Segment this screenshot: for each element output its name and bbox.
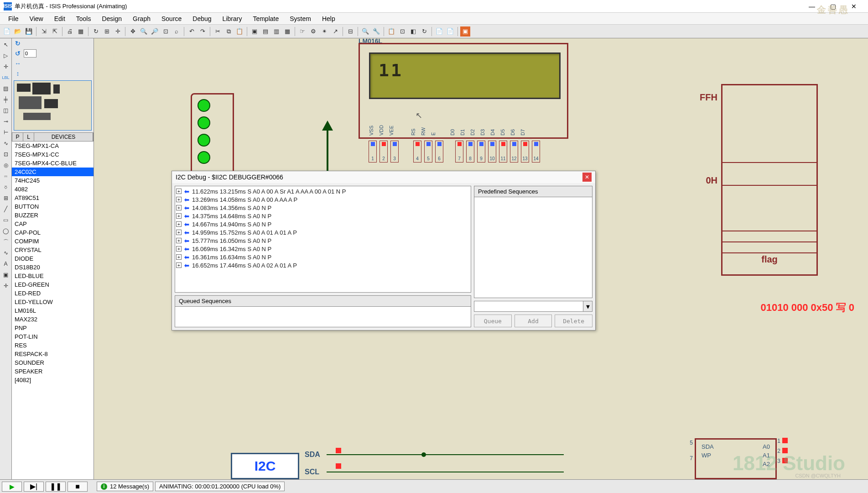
open-icon[interactable]: 📂 [13, 26, 23, 37]
schematic-canvas[interactable]: LM016L 11 VSSVDDVEERSRWED0D1D2D3D4D5D6D7… [94, 38, 868, 479]
device-item[interactable]: 7SEG-MPX1-CC [12, 150, 94, 159]
menu-view[interactable]: View [24, 14, 49, 24]
undo-icon[interactable]: ↶ [187, 26, 197, 37]
device-item[interactable]: PNP [12, 324, 94, 332]
menu-library[interactable]: Library [217, 14, 248, 24]
bus-icon[interactable]: ╪ [1, 95, 10, 104]
symbol-icon[interactable]: ▣ [1, 270, 10, 279]
zoomin-icon[interactable]: 🔍 [139, 26, 149, 37]
overview-thumbnail[interactable] [14, 80, 92, 131]
delete-button[interactable]: Delete [555, 315, 593, 327]
device-item[interactable]: [4082] [12, 376, 94, 384]
device-item[interactable]: POT-LIN [12, 332, 94, 341]
debug-log-row[interactable]: +⬅14.083ms 14.356ms S A0 N P [176, 204, 470, 212]
device-item[interactable]: 7SEG-MPX1-CA [12, 142, 94, 150]
device-item[interactable]: MAX232 [12, 315, 94, 324]
component-icon[interactable]: ▷ [1, 51, 10, 60]
mirror-v-icon[interactable]: ↕ [14, 69, 22, 78]
debug-log-row[interactable]: +⬅15.777ms 16.050ms S A0 N P [176, 236, 470, 245]
new-icon[interactable]: 📄 [2, 26, 12, 37]
expand-icon[interactable]: + [176, 238, 182, 243]
origin-icon[interactable]: ✛ [113, 26, 123, 37]
debug-log-row[interactable]: +⬅16.652ms 17.446ms S A0 A 02 A 01 A P [176, 261, 470, 269]
device-item[interactable]: BUZZER [12, 211, 94, 220]
device-item[interactable]: COMPIM [12, 237, 94, 246]
device-item[interactable]: DIODE [12, 254, 94, 263]
save-icon[interactable]: 💾 [24, 26, 34, 37]
device-pin-icon[interactable]: ⊢ [1, 128, 10, 137]
lcd-component[interactable]: 11 VSSVDDVEERSRWED0D1D2D3D4D5D6D7 [359, 43, 568, 139]
block-move-icon[interactable]: ▤ [260, 26, 270, 37]
bom-icon[interactable]: 📋 [386, 26, 396, 37]
lcd-pin[interactable]: 13 [521, 141, 529, 163]
virtual-instrument-icon[interactable]: ⊞ [1, 194, 10, 203]
expand-icon[interactable]: + [176, 221, 182, 227]
expand-icon[interactable]: + [176, 205, 182, 210]
zoomall-icon[interactable]: ⊡ [161, 26, 171, 37]
debug-log-list[interactable]: +⬅11.622ms 13.215ms S A0 A 00 A Sr A1 A … [175, 186, 471, 293]
step-button[interactable]: ▶| [24, 482, 44, 492]
device-item[interactable]: BUTTON [12, 202, 94, 211]
expand-icon[interactable]: + [176, 197, 182, 202]
wire-autoroute-icon[interactable]: ⊟ [345, 26, 355, 37]
device-item[interactable]: RES [12, 341, 94, 350]
expand-icon[interactable]: + [176, 254, 182, 260]
marker-icon[interactable]: ✛ [1, 281, 10, 290]
generator-icon[interactable]: ◎ [1, 161, 10, 170]
ares-icon[interactable]: ↻ [419, 26, 429, 37]
expand-icon[interactable]: + [176, 246, 182, 252]
device-list[interactable]: 7SEG-MPX1-CA7SEG-MPX1-CC7SEG-MPX4-CC-BLU… [12, 142, 94, 479]
device-item[interactable]: LED-RED [12, 289, 94, 298]
property-icon[interactable]: 🔧 [371, 26, 381, 37]
redo-icon[interactable]: ↷ [198, 26, 208, 37]
debug-log-row[interactable]: +⬅13.269ms 14.058ms S A0 A 00 A AA A P [176, 195, 470, 204]
mirror-h-icon[interactable]: ↔ [14, 59, 22, 68]
lcd-pin[interactable]: 8 [466, 141, 474, 163]
menu-design[interactable]: Design [96, 14, 127, 24]
text-script-icon[interactable]: ▤ [1, 84, 10, 93]
pan-icon[interactable]: ✥ [128, 26, 138, 37]
lcd-pin[interactable]: 14 [532, 141, 540, 163]
new-sheet-icon[interactable]: 📄 [434, 26, 444, 37]
zoomarea-icon[interactable]: ⌕ [172, 26, 182, 37]
menu-debug[interactable]: Debug [187, 14, 217, 24]
label-icon[interactable]: LBL [1, 73, 10, 82]
device-item[interactable]: 74HC245 [12, 176, 94, 185]
menu-source[interactable]: Source [156, 14, 187, 24]
ares-launch-icon[interactable]: ▣ [460, 26, 470, 37]
device-item[interactable]: 7SEG-MPX4-CC-BLUE [12, 159, 94, 168]
expand-icon[interactable]: + [176, 213, 182, 219]
lcd-pin[interactable]: 9 [477, 141, 485, 163]
del-sheet-icon[interactable]: 📄 [445, 26, 455, 37]
device-item[interactable]: LED-GREEN [12, 280, 94, 289]
lcd-pin[interactable]: 10 [488, 141, 496, 163]
device-item[interactable]: RESPACK-8 [12, 350, 94, 358]
debug-log-row[interactable]: +⬅16.069ms 16.342ms S A0 N P [176, 245, 470, 253]
debug-log-row[interactable]: +⬅14.959ms 15.752ms S A0 A 01 A 01 A P [176, 228, 470, 236]
2d-line-icon[interactable]: ╱ [1, 205, 10, 214]
grid-icon[interactable]: ⊞ [102, 26, 112, 37]
2d-box-icon[interactable]: ▭ [1, 215, 10, 225]
2d-arc-icon[interactable]: ⌒ [1, 237, 10, 246]
menu-system[interactable]: System [284, 14, 317, 24]
menu-edit[interactable]: Edit [49, 14, 71, 24]
copy-icon[interactable]: ⧉ [223, 26, 234, 37]
expand-icon[interactable]: + [176, 230, 182, 235]
debug-log-row[interactable]: +⬅14.375ms 14.648ms S A0 N P [176, 212, 470, 220]
device-item[interactable]: 4082 [12, 185, 94, 194]
print-icon[interactable]: 🖨 [65, 26, 75, 37]
erc-icon[interactable]: ⊡ [397, 26, 407, 37]
queue-button[interactable]: Queue [474, 315, 512, 327]
rotate-cw-icon[interactable]: ↻ [14, 39, 22, 47]
col-p[interactable]: P [12, 133, 23, 141]
device-item[interactable]: LED-BLUE [12, 272, 94, 280]
graph-icon[interactable]: ∿ [1, 139, 10, 148]
device-item[interactable]: LED-YELLOW [12, 298, 94, 306]
debug-log-row[interactable]: +⬅16.361ms 16.634ms S A0 N P [176, 253, 470, 261]
voltage-probe-icon[interactable]: ⎓ [1, 172, 10, 181]
debug-log-row[interactable]: +⬅14.667ms 14.940ms S A0 N P [176, 220, 470, 228]
lcd-pin[interactable]: 7 [455, 141, 463, 163]
export-icon[interactable]: ⇱ [50, 26, 60, 37]
i2c-debug-window[interactable]: I2C Debug - $II2C DEBUGGER#0066 ✕ +⬅11.6… [172, 171, 596, 330]
2d-circle-icon[interactable]: ◯ [1, 226, 10, 236]
